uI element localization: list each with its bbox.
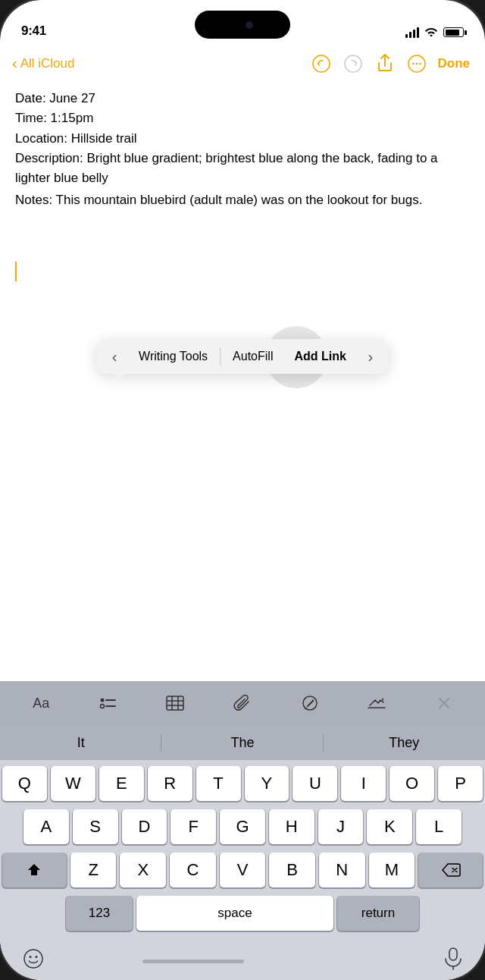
- key-row-bottom: 123 space return: [2, 896, 483, 931]
- note-line-location: Location: Hillside trail: [15, 129, 470, 149]
- key-N[interactable]: N: [319, 853, 365, 887]
- status-time: 9:41: [21, 24, 46, 39]
- draw-icon: [300, 693, 320, 713]
- undo-button[interactable]: [308, 50, 335, 77]
- svg-point-6: [100, 699, 104, 702]
- table-icon: [165, 695, 185, 711]
- key-C[interactable]: C: [170, 853, 216, 887]
- space-key-label: space: [217, 906, 252, 921]
- keyboard-format-list-button[interactable]: [92, 687, 124, 719]
- toolbar-prev-icon: ‹: [112, 348, 117, 366]
- key-I[interactable]: I: [341, 766, 386, 801]
- wifi-icon: [424, 26, 438, 39]
- num-key[interactable]: 123: [66, 896, 133, 931]
- mic-button[interactable]: [444, 947, 462, 975]
- toolbar-next-button[interactable]: ›: [357, 343, 384, 370]
- toolbar-next-icon: ›: [368, 348, 374, 366]
- markup-icon: [366, 693, 387, 713]
- key-V[interactable]: V: [220, 853, 266, 887]
- nav-back-button[interactable]: ‹ All iCloud: [12, 55, 74, 72]
- key-L[interactable]: L: [416, 809, 462, 844]
- key-E[interactable]: E: [99, 766, 144, 801]
- svg-rect-8: [167, 696, 183, 710]
- key-J[interactable]: J: [318, 809, 364, 844]
- signal-icon: [405, 27, 419, 38]
- key-Y[interactable]: Y: [245, 766, 289, 801]
- keyboard-font-button[interactable]: Aa: [25, 687, 57, 719]
- svg-point-7: [100, 705, 104, 708]
- predictive-bar: It The They: [0, 725, 485, 760]
- svg-point-5: [419, 63, 421, 65]
- key-row-3: Z X C V B N M: [2, 853, 483, 887]
- key-W[interactable]: W: [51, 766, 95, 801]
- text-cursor: [15, 262, 17, 281]
- toolbar-autofill-button[interactable]: AutoFill: [222, 343, 283, 370]
- key-B[interactable]: B: [269, 853, 315, 887]
- key-Z[interactable]: Z: [70, 853, 117, 887]
- done-button[interactable]: Done: [435, 56, 474, 71]
- keyboard-draw-button[interactable]: [294, 687, 326, 719]
- key-A[interactable]: A: [23, 809, 69, 844]
- key-row-1: Q W E R T Y U I O P: [2, 766, 483, 801]
- keyboard-markup-button[interactable]: [361, 687, 393, 719]
- toolbar-add-link-label: Add Link: [294, 350, 346, 363]
- predictive-item-2[interactable]: The: [161, 725, 323, 760]
- key-Q[interactable]: Q: [2, 766, 47, 801]
- key-P[interactable]: P: [438, 766, 483, 801]
- emoji-button[interactable]: [23, 948, 44, 975]
- key-K[interactable]: K: [367, 809, 412, 844]
- note-line-notes: Notes: This mountain bluebird (adult mal…: [15, 190, 470, 210]
- key-O[interactable]: O: [390, 766, 434, 801]
- back-chevron-icon: ‹: [12, 55, 17, 72]
- space-key[interactable]: space: [136, 896, 333, 931]
- more-button[interactable]: [403, 50, 430, 77]
- dynamic-island: [195, 11, 290, 39]
- key-X[interactable]: X: [120, 853, 166, 887]
- svg-point-3: [412, 63, 415, 65]
- note-line-desc: Description: Bright blue gradient; brigh…: [15, 149, 470, 189]
- close-icon: [436, 696, 452, 711]
- key-M[interactable]: M: [369, 853, 415, 887]
- svg-point-4: [415, 63, 418, 65]
- key-F[interactable]: F: [171, 809, 216, 844]
- nav-actions: Done: [308, 50, 474, 77]
- key-R[interactable]: R: [148, 766, 192, 801]
- keyboard-toolbar: Aa: [0, 681, 485, 725]
- format-list-icon: [99, 695, 118, 711]
- shift-key[interactable]: [2, 853, 67, 887]
- key-U[interactable]: U: [293, 766, 337, 801]
- status-icons: [405, 26, 464, 39]
- svg-point-1: [345, 55, 361, 72]
- attachment-icon: [233, 693, 252, 713]
- delete-key[interactable]: [418, 853, 483, 887]
- key-row-2: A S D F G H J K L: [2, 809, 483, 844]
- keyboard-table-button[interactable]: [159, 687, 191, 719]
- return-key[interactable]: return: [337, 896, 419, 931]
- key-G[interactable]: G: [220, 809, 265, 844]
- key-T[interactable]: T: [196, 766, 241, 801]
- toolbar-popup: ‹ Writing Tools AutoFill Add Link ›: [96, 339, 389, 374]
- predictive-item-3[interactable]: They: [324, 725, 485, 760]
- keyboard-attachment-button[interactable]: [227, 687, 258, 719]
- toolbar-writing-tools-button[interactable]: Writing Tools: [128, 343, 218, 370]
- toolbar-add-link-button[interactable]: Add Link: [283, 343, 356, 370]
- predictive-item-1[interactable]: It: [0, 725, 161, 760]
- toolbar-prev-button[interactable]: ‹: [101, 343, 128, 370]
- phone-screen: 9:41: [0, 0, 485, 980]
- svg-point-12: [24, 950, 42, 968]
- svg-point-13: [30, 956, 32, 958]
- dynamic-island-camera: [246, 21, 253, 29]
- note-line-time: Time: 1:15pm: [15, 108, 470, 128]
- return-key-label: return: [361, 906, 395, 921]
- phone-shell: 9:41: [0, 0, 485, 980]
- key-H[interactable]: H: [269, 809, 314, 844]
- key-S[interactable]: S: [73, 809, 118, 844]
- svg-rect-15: [449, 948, 457, 960]
- note-content: Date: June 27 Time: 1:15pm Location: Hil…: [0, 83, 485, 222]
- share-button[interactable]: [371, 50, 399, 77]
- toolbar-divider-1: [220, 347, 221, 366]
- key-D[interactable]: D: [122, 809, 167, 844]
- note-text: Date: June 27 Time: 1:15pm Location: Hil…: [15, 89, 470, 210]
- redo-button[interactable]: [340, 50, 367, 77]
- keyboard-close-button[interactable]: [428, 687, 460, 719]
